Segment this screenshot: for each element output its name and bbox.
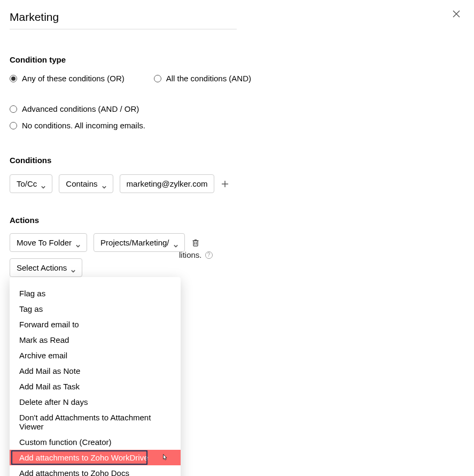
select-value: Move To Folder — [17, 238, 72, 247]
actions-section: Actions Move To Folder Projects/Marketin… — [10, 216, 375, 277]
radio-icon — [10, 122, 17, 129]
radio-any-or[interactable]: Any of these conditions (OR) — [10, 74, 125, 83]
select-actions-dropdown: Select Actions Flag asTag asForward emai… — [10, 258, 82, 277]
dropdown-item[interactable]: Don't add Attachments to Attachment View… — [10, 410, 181, 434]
help-icon[interactable]: ? — [205, 251, 213, 259]
dropdown-item-label: Don't add Attachments to Attachment View… — [19, 413, 151, 431]
dropdown-item[interactable]: Add attachments to Zoho WorkDrive — [10, 450, 181, 465]
select-value: Select Actions — [17, 263, 67, 272]
pointer-cursor-icon — [160, 454, 169, 462]
condition-type-section: Condition type Any of these conditions (… — [10, 55, 375, 130]
condition-type-options-row-1: Any of these conditions (OR) All the con… — [10, 74, 375, 113]
dropdown-item-label: Add attachments to Zoho WorkDrive — [19, 453, 149, 462]
select-value: Contains — [66, 179, 97, 188]
radio-label: Advanced conditions (AND / OR) — [22, 104, 139, 113]
dropdown-item-label: Custom function (Creator) — [19, 437, 112, 447]
chevron-down-icon — [76, 241, 80, 245]
dropdown-item[interactable]: Archive email — [10, 348, 181, 363]
radio-label: Any of these conditions (OR) — [22, 74, 125, 83]
chevron-down-icon — [174, 241, 178, 245]
radio-advanced[interactable]: Advanced conditions (AND / OR) — [10, 104, 139, 113]
filter-name-input[interactable] — [10, 10, 237, 29]
radio-label: All the conditions (AND) — [166, 74, 251, 83]
dropdown-item-label: Add Mail as Task — [19, 382, 80, 391]
dropdown-item[interactable]: Add attachments to Zoho Docs — [10, 465, 181, 476]
input-value: marketing@zylker.com — [127, 179, 208, 188]
form-content: Condition type Any of these conditions (… — [0, 0, 385, 277]
chevron-down-icon — [71, 266, 75, 270]
dropdown-item-label: Forward email to — [19, 320, 79, 329]
dropdown-item-label: Delete after N days — [19, 397, 88, 406]
conditions-section: Conditions To/Cc Contains marketing@zylk… — [10, 156, 375, 193]
dropdown-item[interactable]: Custom function (Creator) — [10, 434, 181, 450]
dropdown-item-label: Archive email — [19, 351, 67, 360]
dropdown-item[interactable]: Forward email to — [10, 317, 181, 332]
action-type-select[interactable]: Move To Folder — [10, 233, 87, 252]
conditions-heading: Conditions — [10, 156, 375, 165]
condition-value-input[interactable]: marketing@zylker.com — [120, 174, 215, 193]
radio-icon — [10, 75, 17, 82]
dropdown-item-label: Tag as — [19, 304, 43, 313]
add-condition-icon[interactable] — [221, 180, 229, 188]
dropdown-item-label: Flag as — [19, 289, 45, 298]
hint-fragment: litions. — [179, 250, 202, 259]
select-actions-trigger[interactable]: Select Actions — [10, 258, 82, 277]
chevron-down-icon — [102, 182, 106, 186]
actions-dropdown-menu: Flag asTag asForward email toMark as Rea… — [10, 277, 181, 476]
actions-heading: Actions — [10, 216, 375, 225]
condition-row: To/Cc Contains marketing@zylker.com — [10, 174, 375, 193]
select-value: Projects/Marketing/ — [100, 238, 169, 247]
action-row-1: Move To Folder Projects/Marketing/ — [10, 233, 375, 252]
delete-action-icon[interactable] — [191, 239, 200, 247]
partial-hint-text: litions. ? — [179, 250, 213, 259]
condition-field-select[interactable]: To/Cc — [10, 174, 52, 193]
close-icon[interactable] — [452, 10, 461, 18]
dropdown-item[interactable]: Tag as — [10, 301, 181, 317]
dropdown-item-label: Mark as Read — [19, 335, 69, 344]
condition-type-heading: Condition type — [10, 55, 375, 64]
radio-icon — [154, 75, 161, 82]
radio-icon — [10, 105, 17, 113]
radio-no-conditions[interactable]: No conditions. All incoming emails. — [10, 121, 145, 130]
dropdown-item[interactable]: Mark as Read — [10, 332, 181, 348]
svg-rect-4 — [193, 241, 198, 246]
select-value: To/Cc — [17, 179, 37, 188]
radio-label: No conditions. All incoming emails. — [22, 121, 145, 130]
radio-all-and[interactable]: All the conditions (AND) — [154, 74, 251, 83]
chevron-down-icon — [41, 182, 45, 186]
action-target-select[interactable]: Projects/Marketing/ — [94, 233, 184, 252]
condition-type-options-row-2: No conditions. All incoming emails. — [10, 121, 375, 130]
dropdown-item-label: Add attachments to Zoho Docs — [19, 469, 129, 476]
dropdown-item[interactable]: Add Mail as Note — [10, 363, 181, 379]
dropdown-item[interactable]: Add Mail as Task — [10, 379, 181, 394]
dropdown-item-label: Add Mail as Note — [19, 366, 80, 375]
dropdown-item[interactable]: Flag as — [10, 286, 181, 301]
condition-operator-select[interactable]: Contains — [59, 174, 113, 193]
dropdown-item[interactable]: Delete after N days — [10, 394, 181, 410]
